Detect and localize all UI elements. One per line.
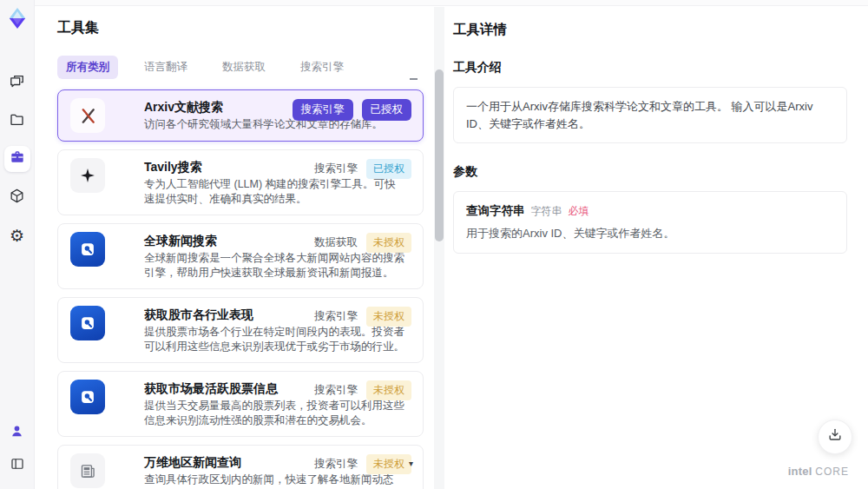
download-button[interactable]: [818, 420, 852, 454]
tavily-logo-icon: [70, 158, 105, 193]
cube-icon: [9, 188, 25, 208]
category-label: 搜索引擎: [314, 162, 358, 176]
tool-card[interactable]: 全球新闻搜索 全球新闻搜索是一个聚合全球各大新闻网站内容的搜索引擎，帮助用户快速…: [57, 223, 424, 289]
tool-detail-panel: 工具详情 工具介绍 一个用于从Arxiv存储库搜索科学论文和文章的工具。 输入可…: [444, 7, 868, 489]
tool-description: 专为人工智能代理 (LLM) 构建的搜索引擎工具。可快速提供实时、准确和真实的结…: [144, 177, 404, 207]
tool-description: 查询具体行政区划内的新闻，快速了解各地新闻动态: [144, 472, 404, 487]
category-label: 搜索引擎: [314, 383, 358, 398]
category-tab-0[interactable]: 所有类别: [57, 56, 118, 79]
category-tab-3[interactable]: 搜索引擎: [292, 56, 352, 79]
tool-card[interactable]: 获取市场最活跃股票信息 提供当天交易量最高的股票列表，投资者可以利用这些信息来识…: [57, 371, 424, 437]
tool-intro-text: 一个用于从Arxiv存储库搜索科学论文和文章的工具。 输入可以是Arxiv ID…: [453, 87, 847, 143]
auth-status-badge: 未授权: [366, 233, 411, 253]
sidebar-item-user[interactable]: [4, 420, 30, 446]
sidebar-item-panel-toggle[interactable]: [4, 453, 30, 479]
param-type: 字符串: [531, 204, 562, 219]
list-scrollbar-thumb[interactable]: [435, 69, 444, 241]
gear-icon: ⚙: [10, 228, 24, 244]
intel-core-logo: intel CORE: [788, 465, 849, 478]
page-title: 工具集: [57, 19, 434, 37]
window-top-strip: [35, 0, 868, 6]
blue-search-logo-icon: [70, 380, 105, 414]
param-list: 查询字符串 字符串 必填 用于搜索的Arxiv ID、关键字或作者姓名。: [453, 191, 847, 254]
tool-card[interactable]: Arxiv文献搜索 访问各个研究领域大量科学论文和文章的存储库。 搜索引擎已授权: [57, 89, 424, 142]
blue-search-logo-icon: [70, 306, 105, 340]
core-logo-text: CORE: [815, 466, 849, 478]
sidebar-item-models[interactable]: [4, 184, 30, 210]
tool-description: 全球新闻搜索是一个聚合全球各大新闻网站内容的搜索引擎，帮助用户快速获取全球最新资…: [144, 251, 404, 281]
param-card: 查询字符串 字符串 必填 用于搜索的Arxiv ID、关键字或作者姓名。: [453, 191, 847, 254]
chat-icon: [9, 73, 25, 93]
param-name: 查询字符串: [466, 203, 525, 219]
tool-card[interactable]: 万维地区新闻查询 查询具体行政区划内的新闻，快速了解各地新闻动态 搜索引擎未授权: [57, 445, 424, 489]
blue-search-logo-icon: [70, 232, 105, 267]
tool-list-panel: 工具集 所有类别语言翻译数据获取搜索引擎 Arxiv文献搜索 访问各个研究领域大…: [35, 7, 434, 489]
category-tab-1[interactable]: 语言翻译: [135, 56, 196, 79]
panel-toggle-icon: [10, 456, 25, 475]
sidebar-item-tools[interactable]: [4, 146, 30, 172]
app-logo-icon: [6, 7, 29, 30]
scroll-up-indicator[interactable]: [410, 78, 418, 80]
intel-logo-text: intel: [788, 465, 812, 478]
scroll-down-indicator[interactable]: ▾: [409, 459, 413, 468]
tool-card[interactable]: 获取股市各行业表现 提供股票市场各个行业在特定时间段内的表现。投资者可以利用这些…: [57, 297, 424, 363]
folder-icon: [9, 111, 25, 131]
sidebar-item-chat[interactable]: [4, 69, 30, 96]
tool-description: 提供股票市场各个行业在特定时间段内的表现。投资者可以利用这些信息来识别表现优于或…: [144, 325, 404, 354]
download-icon: [826, 426, 844, 447]
auth-status-badge: 已授权: [366, 159, 411, 179]
toolbox-icon: [9, 149, 26, 169]
tool-list: Arxiv文献搜索 访问各个研究领域大量科学论文和文章的存储库。 搜索引擎已授权…: [57, 89, 424, 489]
category-tag-button[interactable]: 搜索引擎: [293, 99, 353, 121]
auth-status-badge: 未授权: [366, 380, 411, 400]
category-label: 搜索引擎: [314, 457, 358, 472]
auth-status-badge: 未授权: [366, 307, 411, 327]
category-label: 数据获取: [314, 235, 358, 250]
tool-tags: 搜索引擎已授权: [314, 159, 411, 179]
list-scrollbar-track[interactable]: [434, 7, 444, 489]
tool-tags: 数据获取未授权: [314, 233, 411, 253]
param-description: 用于搜索的Arxiv ID、关键字或作者姓名。: [466, 226, 834, 241]
sidebar-item-settings[interactable]: ⚙: [4, 222, 30, 248]
tool-description: 提供当天交易量最高的股票列表，投资者可以利用这些信息来识别流动性强的股票和潜在的…: [144, 399, 404, 428]
category-label: 搜索引擎: [314, 309, 358, 324]
detail-panel-title: 工具详情: [453, 21, 847, 39]
app-sidebar: ⚙: [0, 0, 35, 489]
tool-tags: 搜索引擎未授权: [314, 454, 411, 474]
auth-status-badge: 未授权: [366, 454, 411, 474]
intro-section-title: 工具介绍: [453, 60, 847, 76]
newspaper-icon: [70, 453, 105, 488]
auth-status-button[interactable]: 已授权: [362, 99, 412, 121]
arxiv-logo-icon: [70, 98, 105, 133]
sidebar-item-files[interactable]: [4, 108, 30, 134]
category-tabs: 所有类别语言翻译数据获取搜索引擎: [57, 56, 434, 79]
category-tab-2[interactable]: 数据获取: [214, 56, 274, 79]
tool-tags: 搜索引擎未授权: [314, 307, 411, 327]
tool-tags: 搜索引擎未授权: [314, 380, 411, 400]
user-icon: [10, 424, 24, 442]
param-required-badge: 必填: [569, 204, 589, 219]
params-section-title: 参数: [453, 164, 847, 180]
tool-tags: 搜索引擎已授权: [293, 99, 412, 121]
tool-card[interactable]: Tavily搜索 专为人工智能代理 (LLM) 构建的搜索引擎工具。可快速提供实…: [57, 149, 424, 215]
